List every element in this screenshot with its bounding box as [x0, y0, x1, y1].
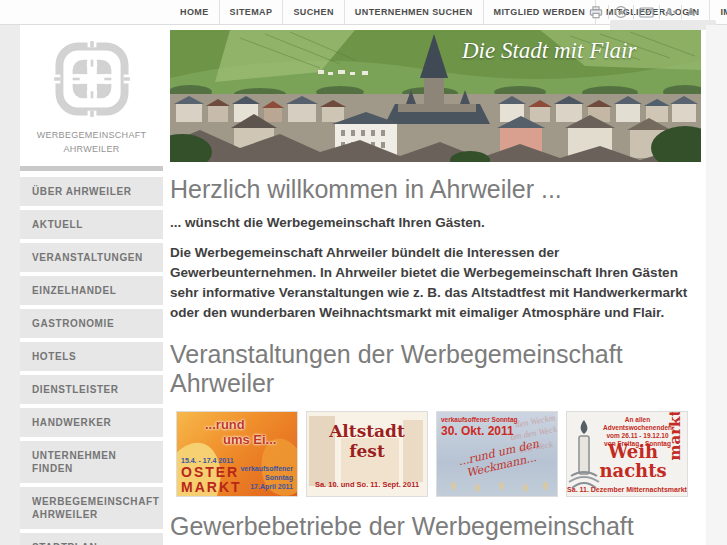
- ostermarkt-title: OSTER MARKT: [181, 465, 242, 495]
- weihnachtsmarkt-footer: Sa. 11. Dezember Mitternachtsmarkt: [567, 486, 687, 493]
- nav-mitglied-werden[interactable]: MITGLIED WERDEN: [483, 0, 596, 24]
- candle-drop: [451, 482, 456, 490]
- ostermarkt-note: verkaufsoffener Sonntag 17.April 2011: [240, 464, 293, 491]
- nav-home[interactable]: HOME: [170, 0, 219, 24]
- weckmann-note: verkaufsoffener Sonntag: [441, 416, 518, 423]
- sidebar-item-ueber-ahrweiler[interactable]: ÜBER AHRWEILER: [20, 177, 163, 206]
- print-icon[interactable]: [584, 5, 608, 19]
- header-photo: Die Stadt mit Flair: [170, 30, 701, 162]
- businesses-title: Gewerbebetriebe der Werbegemeinschaft Ah…: [170, 512, 670, 545]
- candle-drop: [543, 482, 548, 490]
- candle-drop: [499, 482, 504, 490]
- banner-ostermarkt[interactable]: ...rund ums Ei... 15.4. - 17.4 2011 OSTE…: [176, 411, 298, 497]
- banner-weihnachtsmarkt[interactable]: An allen Adventswochenenden vom 26.11 - …: [566, 411, 688, 497]
- logo-caption: WERBEGEMEINSCHAFT AHRWEILER: [37, 129, 147, 156]
- weihnachtsmarkt-title: Weih nachts: [597, 442, 669, 480]
- intro-paragraph: Die Werbegemeinschaft Ahrweiler bündelt …: [170, 243, 692, 324]
- candle-drop: [475, 484, 480, 492]
- site-logo[interactable]: WERBEGEMEINSCHAFT AHRWEILER: [20, 25, 163, 166]
- page-root: HOME SITEMAP SUCHEN UNTERNEHMEN SUCHEN M…: [0, 0, 727, 545]
- banner-altstadtfest[interactable]: Altstadt fest Sa. 10. und So. 11. Sept. …: [306, 411, 428, 497]
- ahrweiler-gate-logo-icon: [48, 35, 136, 123]
- weihnachtsmarkt-title-side: markt: [666, 411, 684, 461]
- altstadtfest-dates: Sa. 10. und So. 11. Sept. 2011: [307, 480, 427, 489]
- sidebar-item-hotels[interactable]: HOTELS: [20, 342, 163, 371]
- nav-sitemap[interactable]: SITEMAP: [219, 0, 283, 24]
- ostermarkt-dates: 15.4. - 17.4 2011: [181, 457, 234, 464]
- menu-top-divider: [20, 166, 163, 171]
- nav-suchen[interactable]: SUCHEN: [282, 0, 343, 24]
- events-title: Veranstaltungen der Werbegemeinschaft Ah…: [170, 340, 670, 399]
- ostermarkt-tagline-2: ums Ei...: [223, 432, 276, 447]
- ostermarkt-tagline-1: ...rund: [205, 417, 245, 432]
- sidebar-item-dienstleister[interactable]: DIENSTLEISTER: [20, 375, 163, 404]
- email-icon[interactable]: [633, 5, 659, 19]
- banner-weckmann[interactable]: den Weckm um den Weck den Weck verkaufso…: [436, 411, 558, 497]
- sidebar: WERBEGEMEINSCHAFT AHRWEILER ÜBER AHRWEIL…: [20, 25, 163, 545]
- main-content: Die Stadt mit Flair Herzlich willkommen …: [170, 30, 701, 545]
- sidebar-item-werbegemeinschaft-ahrweiler[interactable]: WERBEGEMEINSCHAFT AHRWEILER: [20, 487, 163, 529]
- font-larger-icon[interactable]: A▴: [681, 5, 703, 19]
- sidebar-item-stadtplan[interactable]: STADTPLAN: [20, 533, 163, 545]
- sidebar-item-veranstaltungen[interactable]: VERANSTALTUNGEN: [20, 243, 163, 272]
- event-banner-row: ...rund ums Ei... 15.4. - 17.4 2011 OSTE…: [170, 411, 701, 497]
- sidebar-item-handwerker[interactable]: HANDWERKER: [20, 408, 163, 437]
- top-bar: HOME SITEMAP SUCHEN UNTERNEHMEN SUCHEN M…: [0, 0, 727, 25]
- left-gutter: [0, 25, 20, 545]
- sidebar-item-unternehmen-finden[interactable]: UNTERNEHMEN FINDEN: [20, 441, 163, 483]
- welcome-subtitle: ... wünscht die Werbegemeinschaft Ihren …: [170, 215, 701, 230]
- sidebar-item-aktuell[interactable]: AKTUELL: [20, 210, 163, 239]
- site-tagline: Die Stadt mit Flair: [462, 38, 636, 64]
- altstadtfest-title: Altstadt fest: [307, 421, 427, 461]
- sidebar-item-gastronomie[interactable]: GASTRONOMIE: [20, 309, 163, 338]
- sidebar-item-einzelhandel[interactable]: EINZELHANDEL: [20, 276, 163, 305]
- right-gutter: [706, 25, 727, 545]
- welcome-title: Herzlich willkommen in Ahrweiler ...: [170, 175, 701, 205]
- candle-drop: [523, 484, 528, 492]
- weckmann-script-title: ...rund um den Weckmann...: [436, 431, 558, 486]
- weckmann-date: 30. Okt. 2011: [441, 424, 514, 438]
- font-smaller-icon[interactable]: A▾: [659, 5, 681, 19]
- nav-unternehmen-suchen[interactable]: UNTERNEHMEN SUCHEN: [344, 0, 483, 24]
- toolbar-tray: [610, 20, 716, 30]
- bookmark-icon[interactable]: [608, 5, 633, 19]
